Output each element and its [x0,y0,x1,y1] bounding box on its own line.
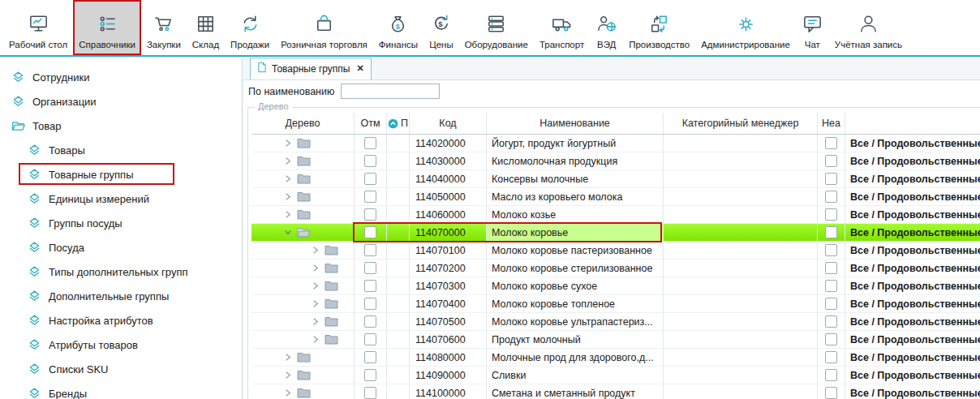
chevron-right-icon[interactable] [284,157,293,165]
row-checkbox[interactable] [364,155,376,167]
row-checkbox[interactable] [364,226,376,238]
table-row[interactable]: 114070000Молоко коровьеВсе / Продовольст… [251,224,980,242]
chevron-right-icon[interactable] [312,264,320,272]
table-row[interactable]: 114100000Сметана и сметанный продуктВсе … [251,384,980,399]
toolbar-item-equipment[interactable]: Оборудование [459,0,534,55]
inactive-checkbox[interactable] [825,173,837,185]
chevron-right-icon[interactable] [284,210,293,219]
table-row[interactable]: 114070100Молоко коровье пастеризованноеВ… [251,242,980,260]
row-checkbox[interactable] [364,315,376,328]
sidebar-item-organizations[interactable]: Организации [0,89,242,114]
row-checkbox[interactable] [364,369,376,381]
chevron-right-icon[interactable] [312,335,320,344]
inactive-checkbox[interactable] [825,369,837,381]
sidebar-item-additional-group-types[interactable]: Типы дополнительных групп [0,260,242,284]
table-row[interactable]: 114020000Йогурт, продукт йогуртныйВсе / … [251,135,980,152]
inactive-checkbox[interactable] [825,351,837,363]
chevron-right-icon[interactable] [312,299,320,308]
toolbar-item-production[interactable]: Производство [623,0,695,55]
sidebar-item-employees[interactable]: Сотрудники [0,65,242,89]
toolbar-item-purchases[interactable]: Закупки [141,0,187,55]
sidebar-item-dishes[interactable]: Посуда [0,235,242,260]
table-row[interactable]: 114060000Молоко козьеВсе / Продовольстве… [251,206,980,224]
row-checkbox[interactable] [364,262,376,274]
column-header-order[interactable]: П [387,113,410,134]
table-row[interactable]: 114070200Молоко коровье стерилизованноеВ… [251,260,980,277]
column-header-name[interactable]: Наименование [487,113,664,134]
inactive-checkbox[interactable] [825,280,837,292]
sidebar-item-dish-groups[interactable]: Группы посуды [0,211,242,235]
chevron-right-icon[interactable] [284,353,293,362]
chevron-right-icon[interactable] [312,281,320,290]
inactive-checkbox[interactable] [825,191,837,203]
sidebar-item-brands[interactable]: Бренды [0,381,242,399]
toolbar-item-ved[interactable]: ВЭД [590,0,623,55]
row-checkbox[interactable] [364,333,376,345]
tab-close-icon[interactable]: ✕ [356,63,363,74]
sidebar-item-product-attributes[interactable]: Атрибуты товаров [0,332,242,357]
sidebar-item-product-groups[interactable]: Товарные группы [0,162,242,187]
column-header-manager[interactable]: Категорийный менеджер [664,113,818,134]
table-row[interactable]: 114050000Масло из коровьего молокаВсе / … [251,188,980,206]
inactive-checkbox[interactable] [825,226,837,238]
row-checkbox[interactable] [364,137,376,149]
chevron-right-icon[interactable] [284,192,293,201]
chevron-right-icon[interactable] [284,388,293,397]
toolbar-item-warehouse[interactable]: Склад [187,0,225,55]
table-row[interactable]: 114090000СливкиВсе / Продовольственные т… [251,367,980,384]
column-header-code[interactable]: Код [410,113,487,134]
name-filter-input[interactable] [341,84,440,99]
row-checkbox[interactable] [364,280,376,292]
sidebar-item-sku-lists[interactable]: Списки SKU [0,357,242,381]
table-row[interactable]: 114030000Кисломолочная продукцияВсе / Пр… [251,152,980,170]
inactive-checkbox[interactable] [825,155,837,167]
table-row[interactable]: 114070600Продукт молочныйВсе / Продоволь… [251,331,980,349]
sidebar-item-goods[interactable]: Товар [0,114,242,138]
sidebar-item-products[interactable]: Товары [0,138,242,162]
toolbar-item-references[interactable]: Справочники [73,0,141,55]
table-row[interactable]: 114070500Молоко коровье ультрапастериз..… [251,313,980,331]
toolbar-item-desktop[interactable]: Рабочий стол [3,0,73,55]
sidebar-item-measurement-units[interactable]: Единицы измерений [0,187,242,211]
toolbar-item-prices[interactable]: $Цены [423,0,459,55]
chevron-right-icon[interactable] [284,371,293,380]
chevron-right-icon[interactable] [312,317,320,326]
column-header-path[interactable] [845,113,980,134]
column-header-checked[interactable]: Отм [355,113,387,134]
row-checkbox[interactable] [364,387,376,399]
table-row[interactable]: 114070300Молоко коровье сухоеВсе / Продо… [251,277,980,295]
toolbar-item-account[interactable]: Учётная запись [829,0,908,55]
tab-product-groups[interactable]: Товарные группы ✕ [250,58,372,79]
inactive-checkbox[interactable] [825,298,837,310]
table-row[interactable]: 114040000Консервы молочныеВсе / Продовол… [251,170,980,188]
sidebar-item-additional-groups[interactable]: Дополнительные группы [0,284,242,308]
row-checkbox[interactable] [364,298,376,310]
chevron-right-icon[interactable] [312,246,320,255]
toolbar-item-retail[interactable]: Розничная торговля [275,0,373,55]
row-checkbox[interactable] [364,351,376,363]
row-checkbox[interactable] [364,208,376,221]
toolbar-item-chat[interactable]: Чат [796,0,829,55]
toolbar-item-transport[interactable]: Транспорт [534,0,590,55]
row-checkbox[interactable] [364,191,376,203]
row-checkbox[interactable] [364,173,376,185]
inactive-checkbox[interactable] [825,315,837,328]
inactive-checkbox[interactable] [825,208,837,221]
inactive-checkbox[interactable] [825,137,837,149]
inactive-checkbox[interactable] [825,387,837,399]
table-row[interactable]: 114070400Молоко коровье топленоеВсе / Пр… [251,295,980,313]
chevron-right-icon[interactable] [284,139,293,148]
inactive-checkbox[interactable] [825,333,837,345]
table-row[interactable]: 114080000Молочные прод для здорового,д..… [251,349,980,367]
chevron-right-icon[interactable] [284,174,293,183]
column-header-tree[interactable]: Дерево [251,113,355,134]
row-checkbox[interactable] [364,244,376,256]
sidebar-item-attribute-settings[interactable]: Настройка атрибутов [0,308,242,332]
inactive-checkbox[interactable] [825,244,837,256]
toolbar-item-sales[interactable]: Продажи [225,0,275,55]
column-header-inactive[interactable]: Неа [818,113,845,134]
chevron-down-icon[interactable] [284,228,293,237]
toolbar-item-administration[interactable]: Администрирование [695,0,796,55]
toolbar-item-finance[interactable]: $Финансы [373,0,423,55]
inactive-checkbox[interactable] [825,262,837,274]
